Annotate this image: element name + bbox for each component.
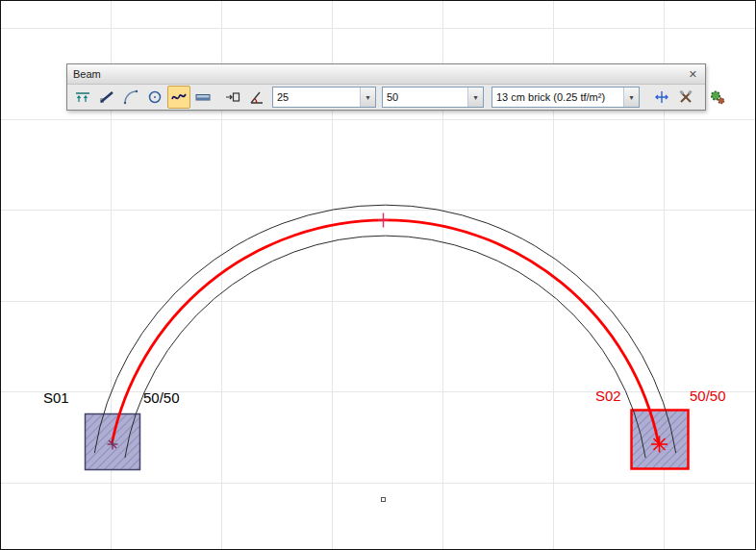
- extrude-beam-icon[interactable]: [221, 86, 244, 109]
- beam-height-value: 50: [383, 91, 467, 103]
- label-s02: S02: [595, 388, 621, 404]
- beam-profile-icon[interactable]: [191, 86, 214, 109]
- application-window: S01 50/50 S02 50/50 Beam ✕: [0, 0, 756, 550]
- toolbar-titlebar[interactable]: Beam ✕: [67, 64, 705, 85]
- beam-supports-icon[interactable]: [71, 86, 94, 109]
- chevron-down-icon[interactable]: ▾: [467, 88, 483, 107]
- beam-toolbar: Beam ✕: [66, 63, 706, 111]
- label-s01-section: 50/50: [143, 389, 180, 406]
- close-icon[interactable]: ✕: [687, 69, 699, 80]
- arc-center-marker: [382, 498, 386, 502]
- axis-constraint-icon[interactable]: [650, 86, 673, 109]
- beam-axis-arc[interactable]: [112, 220, 658, 443]
- beam-inner-edge: [125, 236, 645, 458]
- label-s01: S01: [43, 389, 69, 406]
- toolbar-title: Beam: [73, 68, 101, 80]
- arc-midpoint-marker[interactable]: [378, 213, 389, 228]
- beam-outer-edge: [94, 205, 675, 453]
- inclined-beam-icon[interactable]: [95, 86, 118, 109]
- node-s02-selection-marker[interactable]: [651, 437, 668, 453]
- chevron-down-icon[interactable]: ▾: [360, 88, 375, 107]
- toolbar-right-group: [650, 86, 730, 109]
- beam-width-select[interactable]: 25 ▾: [272, 87, 376, 108]
- label-s02-section: 50/50: [690, 388, 726, 404]
- angle-icon[interactable]: [245, 86, 268, 109]
- toolbar-button-row: 25 ▾ 50 ▾ 13 cm brick (0.25 tf/m²) ▾: [67, 85, 705, 110]
- circle-beam-icon[interactable]: [143, 86, 166, 109]
- beam-height-select[interactable]: 50 ▾: [382, 87, 484, 108]
- beam-width-value: 25: [273, 91, 360, 103]
- wall-material-value: 13 cm brick (0.25 tf/m²): [492, 91, 623, 103]
- arc-beam-icon[interactable]: [119, 86, 142, 109]
- settings-gears-icon[interactable]: [706, 86, 729, 109]
- tools-icon[interactable]: [674, 86, 697, 109]
- chevron-down-icon[interactable]: ▾: [623, 88, 639, 107]
- spline-beam-icon[interactable]: [167, 86, 190, 109]
- wall-material-select[interactable]: 13 cm brick (0.25 tf/m²) ▾: [491, 87, 640, 108]
